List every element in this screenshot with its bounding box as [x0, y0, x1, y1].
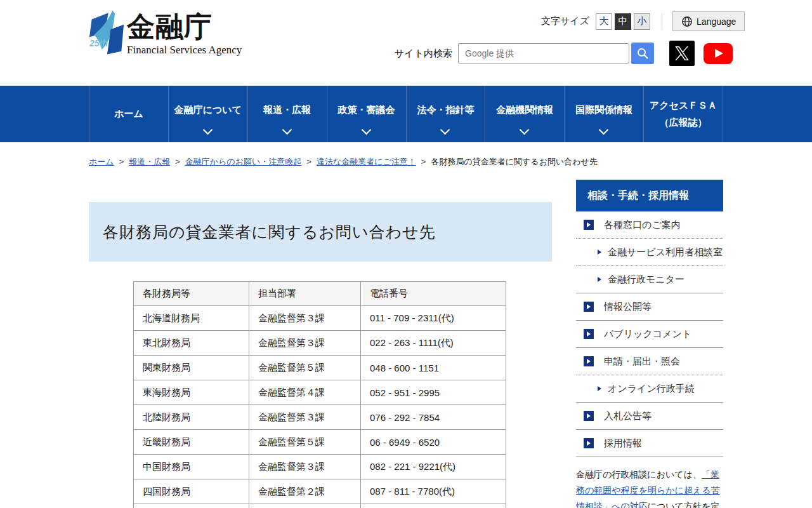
table-cell: 048 - 600 - 1151: [361, 356, 506, 380]
triangle-right-icon: [587, 441, 591, 446]
table-row-partial: [134, 504, 506, 508]
chevron-down-icon: [282, 125, 292, 135]
nav-item-label: ホーム: [114, 105, 143, 122]
font-size-small-button[interactable]: 小: [634, 13, 650, 30]
sidebar-item-label: 入札公告等: [604, 410, 652, 422]
site-search-label: サイト内検索: [395, 48, 452, 60]
fsa-logo[interactable]: 25th 金融庁 Financial Services Agency: [89, 9, 242, 57]
table-cell: 金融監督第２課: [249, 479, 361, 504]
breadcrumb-item-2[interactable]: 金融庁からのお願い・注意喚起: [185, 157, 302, 166]
nav-item-laws-guidelines[interactable]: 法令・指針等: [406, 86, 485, 142]
table-row: 四国財務局金融監督第２課087 - 811 - 7780(代): [134, 479, 506, 504]
table-row: 東北財務局金融監督第３課022 - 263 - 1111(代): [134, 331, 506, 356]
table-cell: [361, 504, 506, 508]
nav-item-access-fsa[interactable]: アクセスＦＳＡ （広報誌）: [643, 86, 723, 142]
table-row: 関東財務局金融監督第５課048 - 600 - 1151: [134, 356, 506, 380]
table-cell: 関東財務局: [134, 356, 249, 380]
fsa-logo-icon: 25th: [89, 9, 124, 56]
nav-item-label: 報道・広報: [263, 102, 311, 118]
sidebar-item-bid-announcements[interactable]: 入札公告等: [576, 403, 723, 429]
breadcrumb-separator: >: [421, 157, 426, 166]
nav-item-international[interactable]: 国際関係情報: [564, 86, 643, 142]
youtube-icon[interactable]: [704, 43, 733, 64]
font-size-controls: 文字サイズ 大 中 小 Language: [541, 11, 745, 31]
arrow-square-icon: [584, 438, 594, 448]
language-button[interactable]: Language: [672, 11, 745, 31]
sidebar-note-prefix: 金融庁の行政相談においては、: [576, 469, 702, 479]
sidebar-note: 金融庁の行政相談においては、「業務の範囲や程度を明らかに超える苦情相談」への対応…: [576, 467, 723, 508]
nav-item-press[interactable]: 報道・広報: [247, 86, 327, 142]
triangle-right-icon: [587, 359, 591, 364]
table-cell: 022 - 263 - 1111(代): [361, 331, 506, 356]
nav-item-financial-institutions[interactable]: 金融機関情報: [485, 86, 564, 142]
triangle-right-icon: [587, 304, 591, 309]
font-size-medium-button[interactable]: 中: [615, 13, 631, 30]
table-cell: 北陸財務局: [134, 405, 249, 430]
nav-item-home[interactable]: ホーム: [89, 86, 168, 142]
youtube-play-triangle: [715, 49, 723, 58]
table-row: 近畿財務局金融監督第５課06 - 6949 - 6520: [134, 430, 506, 455]
sidebar-item-label: 金融行政モニター: [608, 274, 684, 286]
arrow-square-icon: [584, 356, 594, 366]
nav-item-label: 国際関係情報: [575, 102, 632, 118]
site-search: サイト内検索: [395, 41, 733, 66]
arrow-square-icon: [584, 220, 594, 230]
sidebar-item-recruitment[interactable]: 採用情報: [576, 430, 723, 457]
breadcrumb: ホーム>報道・広報>金融庁からのお願い・注意喚起>違法な金融業者にご注意！>各財…: [89, 156, 598, 168]
nav-item-label: 法令・指針等: [417, 102, 474, 118]
table-row: 中国財務局金融監督第３課082 - 221 - 9221(代): [134, 455, 506, 479]
sidebar-item-information-disclosure[interactable]: 情報公開等: [576, 293, 723, 320]
table-cell: 東海財務局: [134, 380, 249, 405]
nav-item-about-fsa[interactable]: 金融庁について: [168, 86, 247, 142]
breadcrumb-separator: >: [306, 157, 311, 166]
table-cell: 金融監督第５課: [249, 430, 361, 455]
table-cell: [249, 504, 361, 508]
table-cell: 東北財務局: [134, 331, 249, 356]
table-row: 北海道財務局金融監督第３課011 - 709 - 2311(代): [134, 306, 506, 331]
table-cell: 011 - 709 - 2311(代): [361, 306, 506, 331]
table-cell: 087 - 811 - 7780(代): [361, 479, 506, 504]
triangle-right-icon: [587, 331, 591, 337]
table-cell: 近畿財務局: [134, 430, 249, 455]
nav-item-label: アクセスＦＳＡ （広報誌）: [650, 97, 717, 131]
chevron-down-icon: [520, 125, 530, 135]
sidebar-item-label: 金融サービス利用者相談室: [608, 246, 723, 258]
sidebar-item-contact-points[interactable]: 各種窓口のご案内: [576, 211, 723, 238]
sidebar-divider: [576, 457, 723, 457]
chevron-down-icon: [361, 125, 371, 135]
search-button[interactable]: [631, 43, 654, 64]
sidebar-item-applications-notifications[interactable]: 申請・届出・照会: [576, 348, 723, 375]
table-cell: 中国財務局: [134, 455, 249, 479]
table-cell: 06 - 6949 - 6520: [361, 430, 506, 455]
breadcrumb-item-1[interactable]: 報道・広報: [129, 157, 170, 166]
table-cell: 四国財務局: [134, 479, 249, 504]
table-header-row: 各財務局等担当部署電話番号: [134, 282, 506, 306]
triangle-right-icon: [598, 386, 601, 391]
breadcrumb-item-0[interactable]: ホーム: [89, 157, 114, 166]
main-navigation: ホーム金融庁について報道・広報政策・審議会法令・指針等金融機関情報国際関係情報ア…: [0, 86, 812, 142]
sidebar-item-label: パブリックコメント: [604, 328, 691, 340]
table-row: 東海財務局金融監督第４課052 - 951 - 2995: [134, 380, 506, 405]
search-input[interactable]: [458, 43, 629, 64]
sidebar-item-label: 採用情報: [604, 438, 642, 450]
triangle-right-icon: [587, 413, 591, 418]
table-cell: 082 - 221 - 9221(代): [361, 455, 506, 479]
sidebar-item-public-comment[interactable]: パブリックコメント: [576, 321, 723, 347]
breadcrumb-item-3[interactable]: 違法な金融業者にご注意！: [317, 157, 416, 166]
nav-item-policy-councils[interactable]: 政策・審議会: [327, 86, 406, 142]
sidebar-item-label: 申請・届出・照会: [604, 356, 680, 368]
search-icon: [636, 47, 649, 60]
sidebar-item-financial-administration-monitor[interactable]: 金融行政モニター: [576, 266, 723, 293]
breadcrumb-separator: >: [119, 157, 124, 166]
x-twitter-icon[interactable]: [669, 41, 695, 66]
sidebar-item-online-procedures[interactable]: オンライン行政手続: [576, 375, 723, 402]
nav-item-label: 金融庁について: [174, 102, 242, 118]
table-cell: 金融監督第３課: [249, 405, 361, 430]
sidebar-item-financial-services-user-consultation[interactable]: 金融サービス利用者相談室: [576, 239, 723, 265]
page-title: 各財務局の貸金業者に関するお問い合わせ先: [103, 222, 436, 243]
arrow-square-icon: [584, 411, 594, 421]
font-size-large-button[interactable]: 大: [596, 13, 612, 30]
table-column-header: 担当部署: [249, 282, 361, 306]
site-subtitle: Financial Services Agency: [127, 44, 242, 57]
site-title: 金融庁: [127, 9, 242, 44]
